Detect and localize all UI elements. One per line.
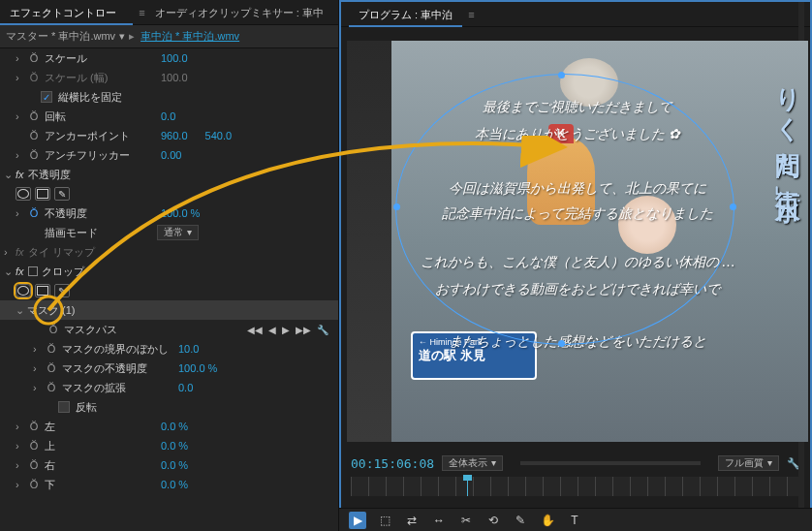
mini-timeline[interactable] [351,477,800,496]
prop-rotation: 回転 [41,109,157,124]
quality-dropdown[interactable]: フル画質▾ [718,455,779,471]
fx-badge[interactable]: fx [16,266,24,277]
mask-ellipse-button[interactable] [16,284,31,297]
value-crop-right[interactable]: 0.0 % [157,459,188,471]
effect-opacity: 不透明度 [28,168,71,182]
twisty-icon[interactable]: › [16,440,27,452]
selection-tool[interactable]: ▶ [349,512,366,529]
uniform-scale-label: 縦横比を固定 [58,90,122,105]
stopwatch-icon[interactable]: Ŏ [45,343,58,355]
mask-pen-button[interactable] [54,187,70,201]
twisty-icon[interactable]: › [33,382,45,393]
tab-effect-controls[interactable]: エフェクトコントロール [0,0,133,25]
value-opacity[interactable]: 100.0 % [157,207,200,219]
twisty-icon[interactable]: › [16,421,27,432]
triangle-right-icon: ▸ [129,30,135,43]
stopwatch-icon[interactable]: Ŏ [27,440,41,452]
chevron-down-icon[interactable]: ▾ [119,30,125,43]
prop-scale: スケール [41,51,157,66]
master-clip-label: マスター * 車中泊.wmv [6,29,115,44]
twisty-icon[interactable]: ⌄ [4,266,16,278]
mask-ellipse-button[interactable] [16,187,31,201]
play-icon[interactable]: ▶ [282,325,290,335]
mask-item[interactable]: マスク (1) [27,303,76,318]
tab-audio-mixer[interactable]: オーディオクリップミキサー : 車中泊 [145,0,338,25]
twisty-icon[interactable]: › [4,246,16,258]
slip-tool[interactable]: ⟲ [484,512,502,529]
uniform-scale-checkbox[interactable] [41,91,52,103]
twisty-icon[interactable]: › [16,52,27,64]
fx-badge[interactable]: fx [16,169,24,180]
mask-handle[interactable] [558,72,565,78]
value-mask-feather[interactable]: 10.0 [174,343,199,355]
mask-rect-button[interactable] [35,284,50,297]
stopwatch-icon[interactable]: Ŏ [27,52,41,64]
value-rotation[interactable]: 0.0 [157,110,175,122]
twisty-icon[interactable]: › [16,479,27,490]
twisty-icon[interactable]: › [33,343,45,355]
stopwatch-icon[interactable]: Ŏ [27,421,41,432]
track-back-icon[interactable]: ◀◀ [247,325,263,335]
playhead[interactable] [467,477,468,496]
stopwatch-icon[interactable]: Ŏ [45,362,58,374]
prev-frame-icon[interactable]: ◀ [268,325,276,335]
value-crop-top[interactable]: 0.0 % [157,440,188,452]
stopwatch-icon[interactable]: Ŏ [27,110,41,122]
prop-mask-opacity: マスクの不透明度 [58,361,174,376]
panel-menu-icon[interactable]: ≡ [468,9,474,20]
next-frame-icon[interactable]: ▶▶ [296,325,311,335]
value-scale[interactable]: 100.0 [157,52,188,64]
vertical-signage: りく 間た 街」 水日 [760,70,802,178]
stopwatch-icon[interactable]: Ŏ [27,459,41,471]
program-monitor[interactable]: りく 間た 街」 水日 ← Himinoe Park 道の駅 氷見 最後までご視… [347,41,808,442]
stopwatch-icon[interactable]: Ŏ [27,130,41,141]
value-mask-expand[interactable]: 0.0 [174,382,193,393]
stopwatch-icon[interactable]: Ŏ [47,324,60,335]
mask-pen-button[interactable] [54,284,70,297]
tab-program-monitor[interactable]: プログラム : 車中泊 [349,2,462,27]
type-tool[interactable]: T [566,512,583,529]
twisty-icon[interactable]: ⌄ [16,304,27,317]
mask-invert-checkbox[interactable] [58,401,70,413]
twisty-icon[interactable]: › [16,110,27,122]
pen-tool[interactable]: ✎ [512,512,529,529]
progress-scrubber[interactable] [520,461,701,465]
value-crop-bottom[interactable]: 0.0 % [157,479,188,490]
fit-value: 全体表示 [449,456,487,470]
fx-badge[interactable]: fx [16,246,24,258]
value-anchor-x[interactable]: 960.0 [157,130,188,141]
mask-handle[interactable] [393,203,400,210]
sequence-clip-link[interactable]: 車中泊 * 車中泊.wmv [141,29,239,44]
twisty-icon[interactable]: › [16,459,27,471]
value-anchor-y[interactable]: 540.0 [188,130,233,141]
stopwatch-icon[interactable]: Ŏ [45,382,58,393]
stopwatch-icon[interactable]: Ŏ [27,207,41,219]
chevron-down-icon: ▾ [767,456,772,470]
ripple-tool[interactable]: ⇄ [403,512,421,529]
value-mask-opacity[interactable]: 100.0 % [174,362,217,374]
value-crop-left[interactable]: 0.0 % [157,421,188,432]
mask-handle[interactable] [558,340,565,347]
twisty-icon[interactable]: › [16,207,27,219]
value-scale-w: 100.0 [157,72,188,83]
hand-tool[interactable]: ✋ [539,512,556,529]
rate-stretch-tool[interactable]: ↔ [430,512,448,529]
value-antiflicker[interactable]: 0.00 [157,149,181,161]
prop-anchor: アンカーポイント [41,129,157,143]
twisty-icon[interactable]: › [16,149,27,161]
twisty-icon[interactable]: › [33,362,45,374]
twisty-icon[interactable]: ⌄ [4,169,16,181]
blend-mode-dropdown[interactable]: 通常▾ [157,225,199,240]
prop-mask-expand: マスクの拡張 [58,381,174,395]
effect-crop: クロップ [42,265,84,279]
mask-outline[interactable] [395,74,734,345]
stopwatch-icon[interactable]: Ŏ [27,149,41,161]
razor-tool[interactable]: ✂ [457,512,475,529]
timecode-display[interactable]: 00:15:06:08 [351,456,434,471]
zoom-fit-dropdown[interactable]: 全体表示▾ [442,455,503,471]
twisty-icon[interactable]: › [16,72,27,83]
track-select-tool[interactable]: ⬚ [376,512,393,529]
stopwatch-icon[interactable]: Ŏ [27,479,41,490]
mask-rect-button[interactable] [35,187,50,201]
wrench-icon[interactable]: 🔧 [317,325,328,335]
